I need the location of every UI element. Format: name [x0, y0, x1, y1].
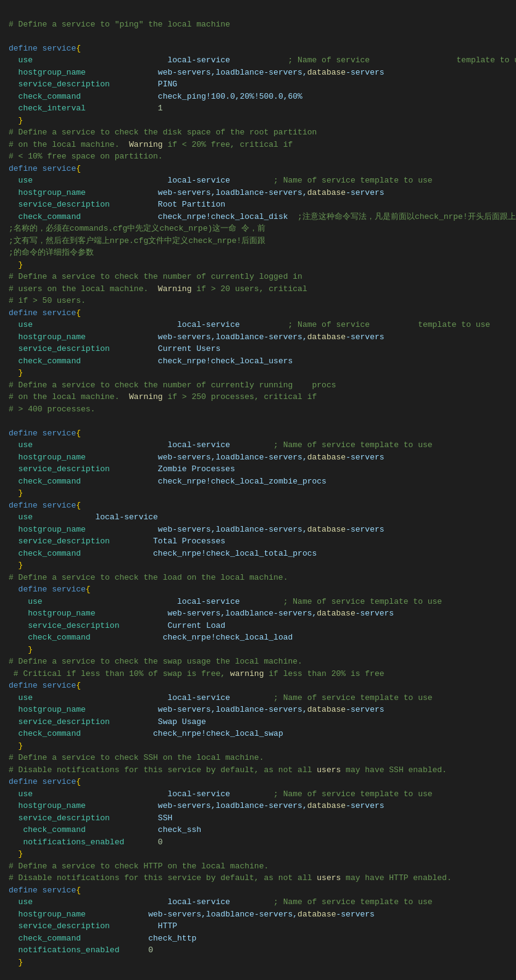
comment-ping: # Define a service to "ping" the local m… [9, 20, 230, 29]
code-content: # Define a service to "ping" the local m… [9, 6, 507, 968]
kw-define-1: define service [9, 44, 76, 53]
